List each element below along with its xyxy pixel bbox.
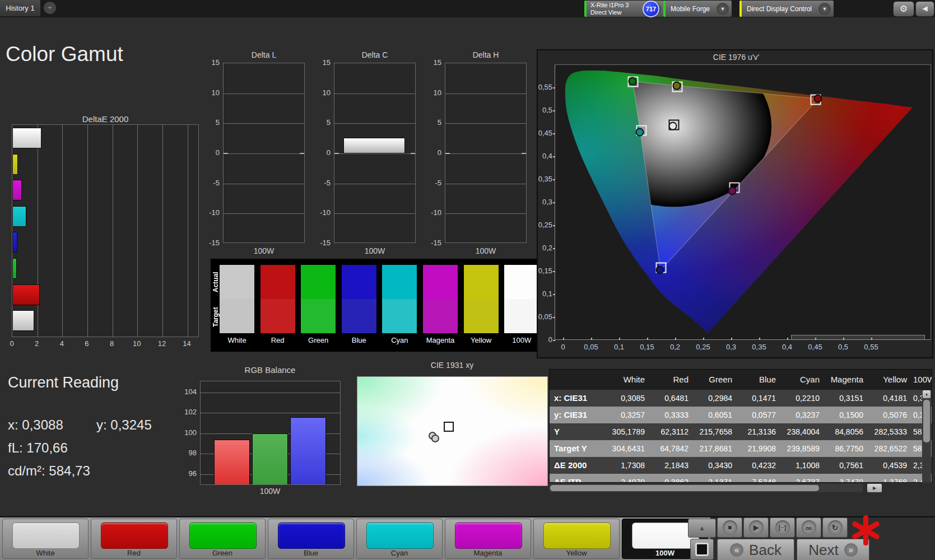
swatch-target — [301, 299, 336, 333]
tick — [759, 338, 760, 340]
add-tab-button[interactable]: + — [44, 2, 56, 14]
back-button-label: Back — [749, 542, 782, 559]
deltae-bar-blue — [12, 232, 17, 253]
table-cell: 1,7308 — [606, 457, 649, 474]
cie1976-y-tick: 0,2 — [538, 244, 552, 252]
delta-chart-title: Delta C — [362, 50, 388, 59]
meter-dropdown-label: X-Rite i1Pro 3 Direct View — [587, 2, 646, 16]
gridline — [334, 123, 415, 124]
zero-tick — [411, 153, 415, 154]
cie1931-title: CIE 1931 xy — [431, 361, 473, 370]
gridline — [201, 413, 340, 413]
y-tick-label: -5 — [201, 179, 220, 187]
pattern-button-label: Cyan — [357, 549, 442, 557]
y-tick-label: 15 — [422, 58, 441, 67]
pattern-window-button[interactable] — [690, 539, 714, 560]
delta-chart-title: Delta L — [252, 50, 276, 59]
stop-button[interactable]: ■ — [717, 517, 742, 538]
zero-tick — [224, 153, 228, 154]
pattern-button-yellow[interactable]: Yellow — [533, 519, 620, 559]
delta-chart-x-label: 100W — [476, 246, 496, 255]
x-tick-label: 14 — [183, 339, 190, 348]
pattern-button-label: Red — [91, 549, 176, 557]
tick — [553, 294, 555, 295]
swatch-label: Red — [261, 336, 295, 344]
rgb-balance-title: RGB Balance — [245, 365, 296, 375]
chevron-left-icon: « — [730, 543, 743, 557]
y-tick-label: 10 — [422, 88, 441, 97]
x-tick-label: 6 — [85, 339, 89, 348]
table-cell: 0,4232 — [737, 457, 780, 474]
column-header: Yellow — [868, 370, 911, 390]
y-tick-label: -10 — [422, 208, 441, 217]
collapse-panel-icon[interactable]: ◀ — [915, 1, 934, 17]
table-cell: 0,6051 — [693, 407, 737, 423]
pattern-button-green[interactable]: Green — [179, 519, 266, 559]
row-label: y: CIE31 — [550, 407, 606, 423]
continuous-measure-button[interactable]: ∞ — [796, 517, 821, 538]
table-cell: 238,4004 — [780, 423, 824, 440]
rgb-bar-red — [214, 440, 250, 485]
y-tick-label: -15 — [201, 239, 220, 247]
table-vertical-scrollbar[interactable]: ▲ — [922, 390, 931, 483]
table-cell: 0,3237 — [780, 407, 824, 423]
cie1976-y-tick: 0 — [538, 335, 552, 344]
single-measure-button[interactable]: [··] — [770, 517, 795, 538]
tick — [553, 133, 555, 134]
scroll-right-icon[interactable]: ▶ — [867, 484, 882, 492]
back-button[interactable]: « Back — [717, 539, 794, 560]
workflow-dropdown-label: Direct Display Control — [742, 5, 816, 13]
gear-icon[interactable]: ⚙ — [893, 1, 914, 17]
y-tick-label: 5 — [201, 118, 220, 127]
pattern-up-button[interactable]: ▲ — [688, 519, 716, 538]
gridline — [334, 94, 415, 94]
tick — [787, 338, 788, 340]
pattern-button-magenta[interactable]: Magenta — [445, 519, 531, 559]
column-header — [550, 370, 606, 390]
session-asterisk-icon[interactable] — [849, 514, 882, 547]
gridline — [224, 213, 304, 214]
zero-tick — [334, 153, 339, 154]
table-cell: 64,7842 — [649, 440, 693, 457]
table-row: ΔE 20001,73082,18430,34300,42321,10080,7… — [550, 457, 932, 474]
pattern-button-cyan[interactable]: Cyan — [356, 519, 443, 559]
tab-history[interactable]: History 1 — [0, 0, 40, 16]
pattern-button-red[interactable]: Red — [91, 519, 177, 559]
swatch-magenta — [423, 265, 458, 333]
zero-tick — [300, 153, 304, 154]
tick — [553, 87, 555, 88]
table-cell: 86,7750 — [824, 440, 868, 457]
tick — [553, 225, 555, 226]
table-cell: 0,2210 — [780, 390, 824, 407]
table-cell: 282,5333 — [868, 423, 911, 440]
refresh-button[interactable]: ↻ — [822, 517, 848, 538]
rgb-y-tick: 96 — [178, 469, 197, 478]
vertical-scroll-thumb[interactable] — [923, 400, 930, 442]
cie1976-panel: CIE 1976 u'v' — [537, 49, 933, 358]
x-tick-label: 10 — [133, 339, 141, 348]
cie1976-x-tick: 0,25 — [696, 343, 710, 351]
horizontal-scroll-thumb[interactable] — [550, 485, 819, 491]
pattern-button-white[interactable]: White — [2, 519, 89, 559]
rgb-bar-blue — [290, 417, 326, 485]
tick — [553, 156, 555, 157]
pattern-button-label: Green — [180, 549, 265, 557]
pattern-button-label: Yellow — [534, 549, 619, 557]
source-dropdown[interactable]: Mobile Forge ▼ — [663, 1, 732, 17]
red-measured-marker — [813, 94, 822, 102]
row-label: Target Y — [550, 440, 606, 457]
cie1976-x-tick: 0,4 — [782, 343, 792, 351]
tick — [553, 110, 555, 111]
column-header: Green — [693, 370, 737, 390]
table-header-row: WhiteRedGreenBlueCyanMagentaYellow100W — [550, 370, 932, 390]
workflow-dropdown[interactable]: Direct Display Control ▼ — [739, 1, 834, 17]
column-header: Red — [649, 370, 693, 390]
play-button[interactable]: ▶ — [743, 517, 769, 538]
scroll-up-icon[interactable]: ▲ — [923, 390, 931, 398]
pattern-button-blue[interactable]: Blue — [268, 519, 354, 559]
table-cell: 0,3862 — [649, 474, 693, 483]
swatch-target — [261, 299, 295, 333]
table-horizontal-scrollbar[interactable] — [549, 484, 863, 492]
cie1976-diagram: Gamut Coverage: 103% — [555, 64, 931, 340]
table-cell: 62,3112 — [649, 423, 693, 440]
